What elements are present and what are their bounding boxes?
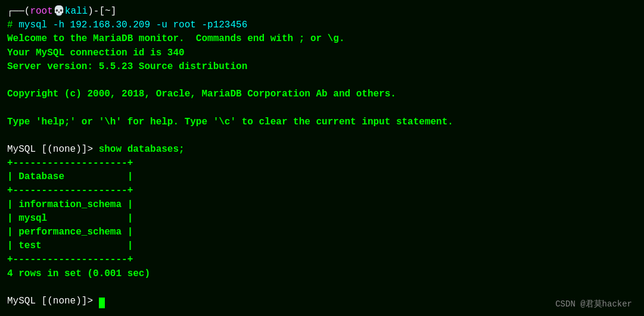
prompt-hash: #: [7, 20, 18, 30]
connection-id-line: Your MySQL connection id is 340: [7, 46, 637, 60]
bracket-path: )-[~]: [88, 6, 116, 17]
command-line: # mysql -h 192.168.30.209 -u root -p1234…: [7, 18, 637, 32]
show-databases-cmd: show databases;: [99, 144, 185, 155]
terminal-output: ┌──(root💀kali)-[~] # mysql -h 192.168.30…: [7, 5, 637, 308]
welcome-line: Welcome to the MariaDB monitor. Commands…: [7, 32, 637, 46]
final-prompt-line: MySQL [(none)]>: [7, 295, 637, 308]
bracket-open: ┌──(: [7, 6, 30, 17]
blank-line-1: [7, 74, 637, 87]
prompt-kali: kali: [65, 6, 88, 17]
prompt-root: root: [30, 6, 52, 17]
skull-icon: 💀: [53, 6, 65, 17]
table-header-sep: +--------------------+: [7, 184, 637, 198]
terminal-window: ┌──(root💀kali)-[~] # mysql -h 192.168.30…: [0, 0, 644, 316]
blank-line-2: [7, 101, 637, 115]
blank-line-4: [7, 281, 637, 295]
table-row-info-schema: | information_schema |: [7, 198, 637, 212]
mysql-prompt-2: MySQL [(none)]>: [7, 296, 99, 306]
server-version-line: Server version: 5.5.23 Source distributi…: [7, 60, 637, 74]
blank-line-3: [7, 129, 637, 143]
mysql-command-text: mysql -h 192.168.30.209 -u root -p123456: [18, 20, 247, 30]
table-top-border: +--------------------+: [7, 157, 637, 170]
terminal-cursor: [99, 298, 105, 308]
watermark: CSDN @君莫hacker: [555, 298, 632, 310]
table-row-test: | test |: [7, 239, 637, 253]
copyright-line: Copyright (c) 2000, 2018, Oracle, MariaD…: [7, 87, 637, 101]
table-header-row: | Database |: [7, 170, 637, 184]
table-row-perf-schema: | performance_schema |: [7, 226, 637, 239]
prompt-header-line: ┌──(root💀kali)-[~]: [7, 5, 637, 18]
rows-in-set-line: 4 rows in set (0.001 sec): [7, 267, 637, 281]
help-line: Type 'help;' or '\h' for help. Type '\c'…: [7, 115, 637, 129]
show-databases-line: MySQL [(none)]> show databases;: [7, 143, 637, 157]
table-row-mysql: | mysql |: [7, 212, 637, 226]
table-bottom-border: +--------------------+: [7, 253, 637, 267]
mysql-prompt-1: MySQL [(none)]>: [7, 144, 99, 155]
